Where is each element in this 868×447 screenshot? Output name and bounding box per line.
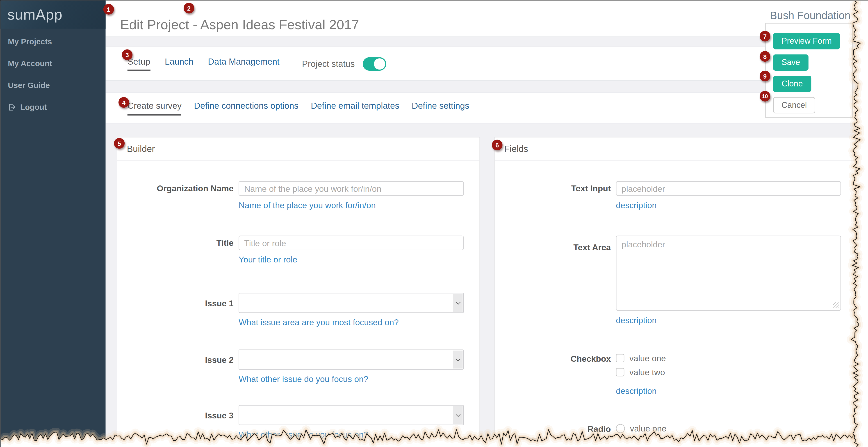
main-content: Edit Project - Aspen Ideas Festival 2017… bbox=[106, 0, 868, 447]
text-area-field[interactable] bbox=[616, 236, 841, 311]
subtab-define-email-templates[interactable]: Define email templates bbox=[311, 101, 399, 115]
radio-options: value one bbox=[616, 423, 841, 438]
option-label: value two bbox=[629, 367, 665, 377]
annotation-badge-8: 8 bbox=[760, 51, 770, 62]
field-label: Issue 2 bbox=[127, 349, 234, 370]
issue-2-select[interactable] bbox=[239, 349, 464, 370]
sidebar-item-label: My Projects bbox=[8, 37, 52, 46]
app-logo-band: sumApp bbox=[0, 0, 105, 29]
workspace: Builder Organization Name Name of the pl… bbox=[106, 123, 868, 447]
fields-panel-title: Fields bbox=[495, 138, 855, 161]
chevron-down-icon bbox=[456, 356, 460, 361]
project-status-group: Project status bbox=[302, 57, 386, 70]
resize-grip-icon[interactable] bbox=[833, 302, 839, 308]
select-button bbox=[453, 351, 463, 369]
annotation-badge-6: 6 bbox=[492, 140, 502, 150]
save-button[interactable]: Save bbox=[773, 55, 808, 71]
form-row-text-area: Text Area description bbox=[504, 236, 845, 325]
text-input-field[interactable] bbox=[616, 181, 841, 196]
sumapp-edit-project-page: sumApp My Projects My Account User Guide bbox=[0, 0, 868, 447]
field-description-link[interactable]: Name of the place you work for/in/on bbox=[239, 200, 376, 210]
annotation-badge-4: 4 bbox=[119, 97, 129, 108]
form-row-text-input: Text Input description bbox=[504, 181, 845, 210]
field-label: Text Area bbox=[504, 236, 611, 311]
text-area-wrap bbox=[616, 236, 841, 311]
field-label: Radio bbox=[504, 423, 611, 438]
option-label: value one bbox=[629, 353, 666, 363]
tab-setup[interactable]: Setup bbox=[127, 56, 150, 71]
divider-band bbox=[106, 80, 868, 93]
logout-icon bbox=[8, 103, 16, 111]
builder-form: Organization Name Name of the place you … bbox=[117, 161, 479, 439]
page-title: Edit Project - Aspen Ideas Festival 2017 bbox=[120, 17, 359, 33]
organization-name-input[interactable] bbox=[239, 181, 464, 196]
project-status-label: Project status bbox=[302, 59, 355, 69]
radio-option: value one bbox=[616, 423, 841, 433]
sidebar-item-user-guide[interactable]: User Guide bbox=[0, 74, 105, 96]
sidebar: sumApp My Projects My Account User Guide bbox=[0, 0, 105, 447]
cancel-button[interactable]: Cancel bbox=[773, 97, 815, 113]
checkbox-option: value one bbox=[616, 353, 841, 363]
form-row-title: Title Your title or role bbox=[127, 236, 469, 264]
app-logo: sumApp bbox=[7, 6, 62, 23]
sidebar-item-my-projects[interactable]: My Projects bbox=[0, 30, 105, 52]
field-label: Checkbox bbox=[504, 353, 611, 381]
checkbox-option: value two bbox=[616, 367, 841, 377]
tab-data-management[interactable]: Data Management bbox=[208, 56, 280, 71]
project-tabs-bar: Setup Launch Data Management Project sta… bbox=[106, 47, 868, 80]
actions-panel: Preview Form Save Clone Cancel bbox=[765, 23, 853, 118]
form-row-issue-3: Issue 3 What other issue do you focus on… bbox=[127, 405, 469, 439]
field-label: Issue 1 bbox=[127, 293, 234, 313]
radio-value-one[interactable] bbox=[616, 424, 625, 433]
divider-band bbox=[106, 36, 868, 47]
issue-3-select[interactable] bbox=[239, 405, 464, 425]
checkbox-value-one[interactable] bbox=[616, 354, 624, 363]
form-row-organization-name: Organization Name Name of the place you … bbox=[127, 181, 469, 210]
builder-panel: Builder Organization Name Name of the pl… bbox=[117, 137, 480, 439]
field-description-link[interactable]: Your title or role bbox=[239, 254, 297, 264]
chevron-down-icon bbox=[456, 300, 460, 304]
builder-panel-title: Builder bbox=[117, 138, 479, 161]
form-row-issue-1: Issue 1 What issue area are you most foc… bbox=[127, 293, 469, 327]
field-label: Issue 3 bbox=[127, 405, 234, 425]
annotation-badge-9: 9 bbox=[760, 71, 770, 81]
account-name: Bush Foundation bbox=[770, 9, 851, 22]
annotation-badge-10: 10 bbox=[760, 91, 770, 102]
project-status-toggle[interactable] bbox=[363, 57, 386, 70]
field-description-link[interactable]: What issue area are you most focused on? bbox=[239, 318, 399, 327]
title-input[interactable] bbox=[239, 236, 464, 250]
field-label: Organization Name bbox=[127, 181, 234, 196]
subtab-define-connections-options[interactable]: Define connections options bbox=[194, 101, 299, 115]
field-description-link[interactable]: description bbox=[616, 386, 657, 396]
annotation-badge-3: 3 bbox=[122, 49, 132, 60]
issue-1-select[interactable] bbox=[239, 293, 464, 313]
field-description-link[interactable]: What other issue do you focus on? bbox=[239, 374, 368, 383]
preview-form-button[interactable]: Preview Form bbox=[773, 33, 840, 49]
sidebar-item-my-account[interactable]: My Account bbox=[0, 52, 105, 74]
option-label: value one bbox=[630, 423, 666, 433]
select-button bbox=[453, 406, 463, 424]
field-label: Text Input bbox=[504, 181, 611, 196]
tab-launch[interactable]: Launch bbox=[165, 56, 193, 71]
checkbox-options: value one value two bbox=[616, 353, 841, 381]
page-header: Edit Project - Aspen Ideas Festival 2017… bbox=[106, 0, 868, 36]
field-description-link[interactable]: description bbox=[616, 315, 657, 325]
sidebar-item-label: Logout bbox=[20, 102, 47, 111]
checkbox-value-two[interactable] bbox=[616, 368, 624, 376]
fields-form: Text Input description Text Area descrip… bbox=[495, 161, 855, 438]
clone-button[interactable]: Clone bbox=[773, 76, 811, 92]
sidebar-item-logout[interactable]: Logout bbox=[0, 96, 105, 118]
field-description-link[interactable]: What other issue do you focus on? bbox=[239, 430, 368, 439]
setup-subtabs-bar: Create survey Define connections options… bbox=[106, 93, 868, 123]
field-label: Title bbox=[127, 236, 234, 250]
field-description-link[interactable]: description bbox=[616, 200, 657, 210]
annotation-badge-5: 5 bbox=[114, 138, 125, 148]
annotation-badge-7: 7 bbox=[760, 31, 770, 41]
subtab-define-settings[interactable]: Define settings bbox=[411, 101, 469, 115]
select-button bbox=[453, 294, 463, 312]
sidebar-item-label: My Account bbox=[8, 59, 52, 68]
subtab-create-survey[interactable]: Create survey bbox=[127, 101, 182, 115]
sidebar-nav: My Projects My Account User Guide Logout bbox=[0, 30, 105, 118]
chevron-down-icon bbox=[456, 412, 460, 417]
toggle-knob bbox=[374, 58, 385, 69]
